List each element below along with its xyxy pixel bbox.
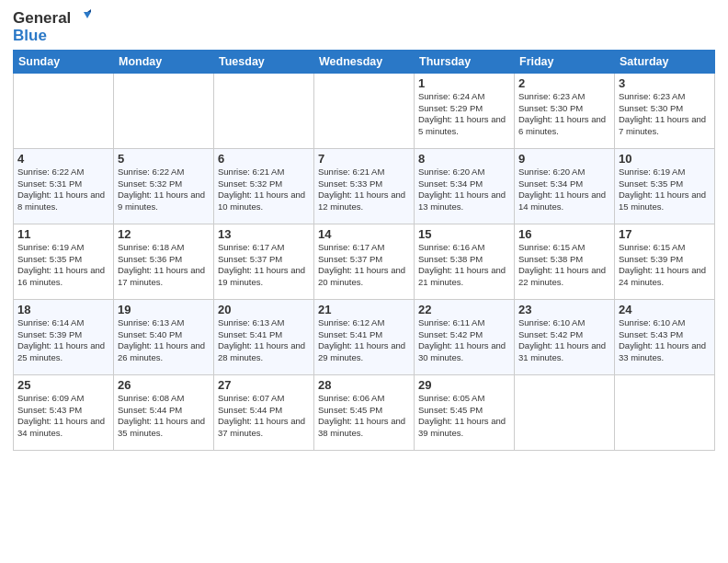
day-number: 11 <box>17 227 109 241</box>
day-info: Sunrise: 6:12 AM Sunset: 5:41 PM Dayligh… <box>318 317 410 364</box>
weekday-header-row: SundayMondayTuesdayWednesdayThursdayFrid… <box>14 50 715 73</box>
day-info: Sunrise: 6:20 AM Sunset: 5:34 PM Dayligh… <box>418 167 510 213</box>
calendar-cell: 14Sunrise: 6:17 AM Sunset: 5:37 PM Dayli… <box>314 224 415 299</box>
day-info: Sunrise: 6:21 AM Sunset: 5:32 PM Dayligh… <box>218 167 310 213</box>
calendar-cell: 26Sunrise: 6:08 AM Sunset: 5:44 PM Dayli… <box>114 374 214 450</box>
day-number: 4 <box>17 152 109 166</box>
day-info: Sunrise: 6:23 AM Sunset: 5:30 PM Dayligh… <box>518 91 610 138</box>
calendar-cell: 28Sunrise: 6:06 AM Sunset: 5:45 PM Dayli… <box>314 374 415 450</box>
calendar-cell <box>515 374 615 450</box>
calendar-cell: 7Sunrise: 6:21 AM Sunset: 5:33 PM Daylig… <box>314 148 415 224</box>
day-number: 26 <box>118 378 210 392</box>
day-number: 17 <box>619 227 711 241</box>
day-number: 18 <box>17 303 109 316</box>
calendar-cell <box>615 374 715 450</box>
calendar-table: SundayMondayTuesdayWednesdayThursdayFrid… <box>13 50 715 451</box>
day-info: Sunrise: 6:06 AM Sunset: 5:45 PM Dayligh… <box>318 393 410 440</box>
day-number: 10 <box>619 152 711 166</box>
page: General Blue SundayMondayTuesdayWednesda… <box>0 0 728 563</box>
day-number: 23 <box>518 303 610 316</box>
day-info: Sunrise: 6:10 AM Sunset: 5:42 PM Dayligh… <box>518 317 610 364</box>
day-info: Sunrise: 6:15 AM Sunset: 5:39 PM Dayligh… <box>619 242 711 289</box>
calendar-cell: 12Sunrise: 6:18 AM Sunset: 5:36 PM Dayli… <box>114 224 214 299</box>
day-info: Sunrise: 6:20 AM Sunset: 5:34 PM Dayligh… <box>518 167 610 213</box>
day-info: Sunrise: 6:13 AM Sunset: 5:41 PM Dayligh… <box>218 317 310 364</box>
day-number: 21 <box>318 303 410 316</box>
day-info: Sunrise: 6:19 AM Sunset: 5:35 PM Dayligh… <box>17 242 109 289</box>
weekday-wednesday: Wednesday <box>314 50 415 73</box>
day-info: Sunrise: 6:15 AM Sunset: 5:38 PM Dayligh… <box>518 242 610 289</box>
day-info: Sunrise: 6:21 AM Sunset: 5:33 PM Dayligh… <box>318 167 410 213</box>
day-info: Sunrise: 6:17 AM Sunset: 5:37 PM Dayligh… <box>218 242 310 289</box>
day-info: Sunrise: 6:08 AM Sunset: 5:44 PM Dayligh… <box>118 393 210 440</box>
day-number: 2 <box>518 76 610 90</box>
calendar-cell: 18Sunrise: 6:14 AM Sunset: 5:39 PM Dayli… <box>14 299 114 374</box>
calendar-cell: 20Sunrise: 6:13 AM Sunset: 5:41 PM Dayli… <box>214 299 314 374</box>
week-row-2: 4Sunrise: 6:22 AM Sunset: 5:31 PM Daylig… <box>14 148 715 224</box>
day-number: 13 <box>218 227 310 241</box>
calendar-cell <box>114 73 214 148</box>
calendar-cell <box>14 73 114 148</box>
day-number: 5 <box>118 152 210 166</box>
calendar-cell: 10Sunrise: 6:19 AM Sunset: 5:35 PM Dayli… <box>615 148 715 224</box>
calendar-cell <box>214 73 314 148</box>
svg-marker-0 <box>84 12 91 18</box>
calendar-cell: 23Sunrise: 6:10 AM Sunset: 5:42 PM Dayli… <box>515 299 615 374</box>
day-number: 6 <box>218 152 310 166</box>
day-info: Sunrise: 6:13 AM Sunset: 5:40 PM Dayligh… <box>118 317 210 364</box>
calendar-cell: 9Sunrise: 6:20 AM Sunset: 5:34 PM Daylig… <box>515 148 615 224</box>
week-row-3: 11Sunrise: 6:19 AM Sunset: 5:35 PM Dayli… <box>14 224 715 299</box>
day-info: Sunrise: 6:24 AM Sunset: 5:29 PM Dayligh… <box>418 91 510 138</box>
day-number: 8 <box>418 152 510 166</box>
calendar-cell: 1Sunrise: 6:24 AM Sunset: 5:29 PM Daylig… <box>415 73 515 148</box>
day-number: 28 <box>318 378 410 392</box>
calendar-cell: 13Sunrise: 6:17 AM Sunset: 5:37 PM Dayli… <box>214 224 314 299</box>
day-number: 1 <box>418 76 510 90</box>
day-info: Sunrise: 6:07 AM Sunset: 5:44 PM Dayligh… <box>218 393 310 440</box>
calendar-cell: 21Sunrise: 6:12 AM Sunset: 5:41 PM Dayli… <box>314 299 415 374</box>
weekday-friday: Friday <box>515 50 615 73</box>
day-info: Sunrise: 6:14 AM Sunset: 5:39 PM Dayligh… <box>17 317 109 364</box>
weekday-saturday: Saturday <box>615 50 715 73</box>
day-number: 22 <box>418 303 510 316</box>
logo-general-text: General <box>13 10 71 27</box>
week-row-4: 18Sunrise: 6:14 AM Sunset: 5:39 PM Dayli… <box>14 299 715 374</box>
day-info: Sunrise: 6:09 AM Sunset: 5:43 PM Dayligh… <box>17 393 109 440</box>
calendar-cell: 11Sunrise: 6:19 AM Sunset: 5:35 PM Dayli… <box>14 224 114 299</box>
calendar-cell: 6Sunrise: 6:21 AM Sunset: 5:32 PM Daylig… <box>214 148 314 224</box>
logo-bird-icon <box>73 9 91 28</box>
day-number: 24 <box>619 303 711 316</box>
calendar-cell: 27Sunrise: 6:07 AM Sunset: 5:44 PM Dayli… <box>214 374 314 450</box>
day-info: Sunrise: 6:16 AM Sunset: 5:38 PM Dayligh… <box>418 242 510 289</box>
logo-blue-text: Blue <box>13 28 47 44</box>
calendar-cell: 29Sunrise: 6:05 AM Sunset: 5:45 PM Dayli… <box>415 374 515 450</box>
day-info: Sunrise: 6:11 AM Sunset: 5:42 PM Dayligh… <box>418 317 510 364</box>
weekday-monday: Monday <box>114 50 214 73</box>
calendar-cell: 3Sunrise: 6:23 AM Sunset: 5:30 PM Daylig… <box>615 73 715 148</box>
weekday-tuesday: Tuesday <box>214 50 314 73</box>
day-info: Sunrise: 6:18 AM Sunset: 5:36 PM Dayligh… <box>118 242 210 289</box>
week-row-5: 25Sunrise: 6:09 AM Sunset: 5:43 PM Dayli… <box>14 374 715 450</box>
day-info: Sunrise: 6:19 AM Sunset: 5:35 PM Dayligh… <box>619 167 711 213</box>
logo: General Blue <box>13 9 91 44</box>
calendar-cell: 17Sunrise: 6:15 AM Sunset: 5:39 PM Dayli… <box>615 224 715 299</box>
day-info: Sunrise: 6:10 AM Sunset: 5:43 PM Dayligh… <box>619 317 711 364</box>
day-info: Sunrise: 6:22 AM Sunset: 5:32 PM Dayligh… <box>118 167 210 213</box>
day-info: Sunrise: 6:05 AM Sunset: 5:45 PM Dayligh… <box>418 393 510 440</box>
day-info: Sunrise: 6:23 AM Sunset: 5:30 PM Dayligh… <box>619 91 711 138</box>
day-number: 16 <box>518 227 610 241</box>
calendar-cell: 19Sunrise: 6:13 AM Sunset: 5:40 PM Dayli… <box>114 299 214 374</box>
day-number: 27 <box>218 378 310 392</box>
day-number: 25 <box>17 378 109 392</box>
header: General Blue <box>13 9 715 44</box>
day-number: 14 <box>318 227 410 241</box>
weekday-sunday: Sunday <box>14 50 114 73</box>
calendar-cell: 22Sunrise: 6:11 AM Sunset: 5:42 PM Dayli… <box>415 299 515 374</box>
week-row-1: 1Sunrise: 6:24 AM Sunset: 5:29 PM Daylig… <box>14 73 715 148</box>
day-number: 9 <box>518 152 610 166</box>
calendar-cell: 24Sunrise: 6:10 AM Sunset: 5:43 PM Dayli… <box>615 299 715 374</box>
calendar-cell: 15Sunrise: 6:16 AM Sunset: 5:38 PM Dayli… <box>415 224 515 299</box>
calendar-cell: 8Sunrise: 6:20 AM Sunset: 5:34 PM Daylig… <box>415 148 515 224</box>
day-number: 19 <box>118 303 210 316</box>
day-number: 15 <box>418 227 510 241</box>
